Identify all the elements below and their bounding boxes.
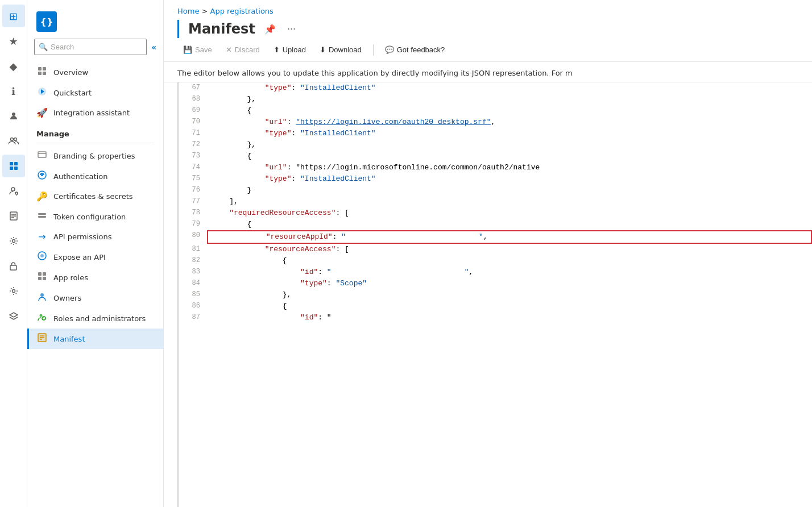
svg-point-24 xyxy=(41,174,43,176)
svg-rect-26 xyxy=(38,216,46,218)
sidebar-item-api[interactable]: → API permissions xyxy=(27,227,163,247)
sidebar-item-integration[interactable]: 🚀 Integration assistant xyxy=(27,103,163,123)
code-editor[interactable]: 67 "type": "InstalledClient"68 },69 {70 … xyxy=(177,82,812,507)
breadcrumb-separator: > xyxy=(202,7,210,15)
users-icon[interactable] xyxy=(2,130,25,152)
api-label: API permissions xyxy=(53,232,111,241)
code-line-75: 75 "type": "InstalledClient" xyxy=(179,173,812,185)
toolbar: 💾 Save ✕ Discard ⬆ Upload ⬇ Download 💬 G… xyxy=(164,38,812,62)
line-content: "resourceAccess": [ xyxy=(207,244,812,255)
title-divider xyxy=(177,20,179,38)
svg-point-7 xyxy=(11,188,15,191)
line-number: 74 xyxy=(179,162,207,173)
grid-selected-icon[interactable] xyxy=(2,155,25,177)
home-icon[interactable]: ⊞ xyxy=(2,5,25,27)
breadcrumb-home[interactable]: Home xyxy=(177,7,199,15)
line-number: 80 xyxy=(179,230,207,244)
line-content: ], xyxy=(207,196,812,207)
icon-bar: ⊞ ★ ◆ ℹ xyxy=(0,0,27,507)
api-icon: → xyxy=(36,231,48,242)
code-line-87: 87 "id": " xyxy=(179,312,812,323)
search-input[interactable] xyxy=(34,39,147,55)
download-label: Download xyxy=(329,45,362,54)
line-content: }, xyxy=(207,139,812,151)
gear2-icon[interactable] xyxy=(2,280,25,302)
save-button[interactable]: 💾 Save xyxy=(177,43,218,57)
line-number: 87 xyxy=(179,312,207,323)
overview-label: Overview xyxy=(53,68,88,77)
search-icon: 🔍 xyxy=(39,43,48,51)
editor-wrap: 67 "type": "InstalledClient"68 },69 {70 … xyxy=(164,82,812,507)
sidebar-item-owners[interactable]: Owners xyxy=(27,288,163,308)
layers-icon[interactable] xyxy=(2,305,25,327)
feedback-button[interactable]: 💬 Got feedback? xyxy=(379,43,451,57)
line-content: }, xyxy=(207,289,812,301)
page-header: Manifest 📌 ··· xyxy=(164,15,812,38)
download-button[interactable]: ⬇ Download xyxy=(314,43,367,57)
document-icon[interactable] xyxy=(2,205,25,227)
sidebar-item-expose[interactable]: Expose an API xyxy=(27,247,163,267)
more-options-icon[interactable]: ··· xyxy=(285,22,298,37)
line-number: 86 xyxy=(179,301,207,312)
svg-rect-31 xyxy=(38,277,42,280)
collapse-button[interactable]: « xyxy=(151,43,156,52)
code-line-74: 74 "url": "https://login.microsoftonline… xyxy=(179,162,812,173)
svg-point-13 xyxy=(12,240,15,243)
svg-rect-14 xyxy=(10,265,16,270)
upload-button[interactable]: ⬆ Upload xyxy=(268,43,312,57)
token-icon xyxy=(36,211,48,222)
star-icon[interactable]: ★ xyxy=(2,30,25,52)
sidebar-item-quickstart[interactable]: Quickstart xyxy=(27,82,163,103)
line-number: 79 xyxy=(179,219,207,230)
token-label: Token configuration xyxy=(53,213,126,221)
person-settings-icon[interactable] xyxy=(2,180,25,202)
manifest-icon xyxy=(36,333,48,344)
discard-label: Discard xyxy=(235,45,260,54)
discard-button[interactable]: ✕ Discard xyxy=(220,43,266,57)
toolbar-separator xyxy=(373,44,374,56)
code-line-72: 72 }, xyxy=(179,139,812,151)
line-content: "url": "https://login.live.com/oauth20_d… xyxy=(207,117,812,128)
sidebar-item-approles[interactable]: App roles xyxy=(27,267,163,288)
line-content: "id": " ", xyxy=(207,267,812,278)
code-line-84: 84 "type": "Scope" xyxy=(179,278,812,289)
svg-point-28 xyxy=(40,254,44,257)
breadcrumb-app-registrations[interactable]: App registrations xyxy=(210,7,274,15)
sidebar-item-certificates[interactable]: 🔑 Certificates & secrets xyxy=(27,186,163,206)
branding-icon xyxy=(36,150,48,161)
integration-label: Integration assistant xyxy=(53,109,130,117)
line-number: 84 xyxy=(179,278,207,289)
info-icon[interactable]: ℹ xyxy=(2,80,25,102)
lock-icon[interactable] xyxy=(2,255,25,277)
line-content: "type": "InstalledClient" xyxy=(207,128,812,139)
manage-section-label: Manage xyxy=(27,123,163,140)
line-content: "url": "https://login.microsoftonline.co… xyxy=(207,162,812,173)
app-icon: {} xyxy=(36,11,57,32)
sidebar-item-authentication[interactable]: Authentication xyxy=(27,166,163,186)
upload-label: Upload xyxy=(283,45,306,54)
svg-rect-6 xyxy=(14,167,18,170)
feedback-label: Got feedback? xyxy=(397,45,445,54)
line-content: "type": "InstalledClient" xyxy=(207,173,812,185)
svg-rect-18 xyxy=(38,72,42,75)
sidebar-item-overview[interactable]: Overview xyxy=(27,62,163,82)
sidebar-item-roles[interactable]: Roles and administrators xyxy=(27,308,163,329)
diamond-icon[interactable]: ◆ xyxy=(2,55,25,77)
code-line-81: 81 "resourceAccess": [ xyxy=(179,244,812,255)
svg-rect-32 xyxy=(43,277,46,280)
settings-icon[interactable] xyxy=(2,230,25,252)
user-icon[interactable] xyxy=(2,105,25,127)
certificates-icon: 🔑 xyxy=(36,191,48,202)
manage-divider xyxy=(36,143,154,143)
code-line-86: 86 { xyxy=(179,301,812,312)
sidebar-item-token[interactable]: Token configuration xyxy=(27,206,163,227)
sidebar-item-branding[interactable]: Branding & properties xyxy=(27,146,163,166)
branding-label: Branding & properties xyxy=(53,152,135,160)
pin-icon[interactable]: 📌 xyxy=(262,22,278,37)
sidebar-item-manifest[interactable]: Manifest xyxy=(27,329,163,349)
line-content: }, xyxy=(207,94,812,105)
code-line-73: 73 { xyxy=(179,151,812,162)
save-icon: 💾 xyxy=(183,45,192,54)
line-content: { xyxy=(207,105,812,117)
line-number: 72 xyxy=(179,139,207,151)
